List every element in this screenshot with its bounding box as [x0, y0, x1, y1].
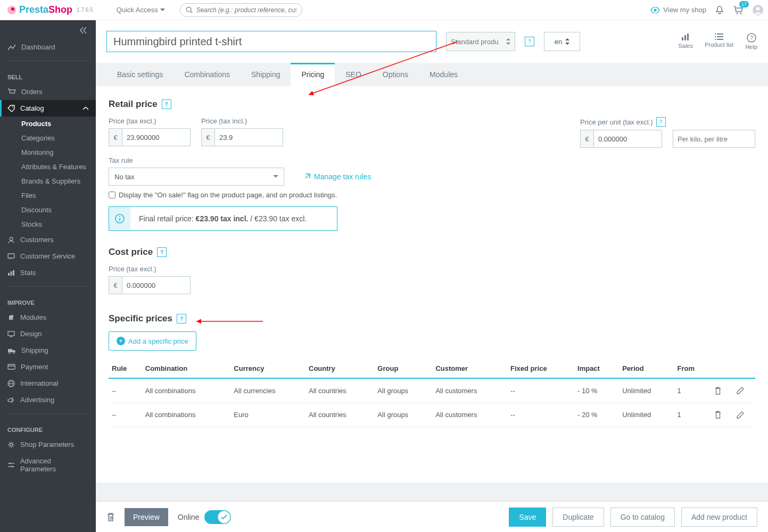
logo-icon	[6, 5, 17, 15]
svg-point-4	[654, 9, 657, 11]
svg-line-3	[191, 11, 192, 13]
brand-shop: Shop	[48, 4, 72, 15]
svg-point-5	[737, 13, 738, 14]
quick-access-label: Quick Access	[117, 6, 158, 14]
global-search[interactable]	[180, 3, 302, 17]
view-shop-link[interactable]: View my shop	[650, 6, 706, 14]
svg-point-2	[186, 7, 191, 12]
search-icon	[186, 6, 193, 14]
caret-down-icon	[160, 9, 165, 12]
cart-button[interactable]: 17	[733, 5, 744, 15]
logo[interactable]: PrestaShop 1.7.6.5	[4, 4, 95, 15]
bell-icon	[715, 5, 724, 15]
notifications-button[interactable]	[715, 5, 724, 15]
eye-icon	[650, 7, 660, 13]
quick-access-menu[interactable]: Quick Access	[117, 6, 165, 14]
cart-badge: 17	[739, 1, 749, 7]
brand-presta: Presta	[19, 4, 48, 15]
svg-point-8	[756, 7, 759, 10]
profile-button[interactable]	[752, 4, 764, 16]
view-shop-label: View my shop	[663, 6, 706, 14]
svg-point-6	[740, 13, 742, 14]
search-input[interactable]	[196, 6, 296, 14]
svg-point-1	[11, 7, 14, 11]
version: 1.7.6.5	[77, 7, 93, 13]
avatar-icon	[752, 4, 764, 16]
